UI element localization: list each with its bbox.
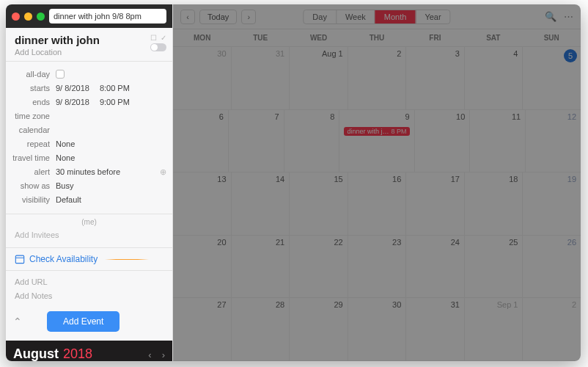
day-cell[interactable]: 15 xyxy=(290,172,348,235)
prev-period-button[interactable]: ‹ xyxy=(180,10,195,24)
day-cell[interactable]: 9dinner with j…8 PM xyxy=(339,110,414,172)
starts-time[interactable]: 8:00 PM xyxy=(100,84,130,92)
event-pill-time: 8 PM xyxy=(392,128,407,135)
add-event-button[interactable]: Add Event xyxy=(47,311,120,332)
day-cell[interactable]: 31 xyxy=(232,47,290,109)
day-number: 2 xyxy=(572,300,576,309)
day-cell[interactable]: 18 xyxy=(465,172,523,235)
check-availability-link[interactable]: Check Availability xyxy=(29,254,98,264)
day-cell[interactable]: 30 xyxy=(173,47,232,109)
day-cell[interactable]: 11 xyxy=(470,110,526,172)
week-row: 13141516171819 xyxy=(173,172,581,236)
event-location-placeholder[interactable]: Add Location xyxy=(15,48,165,57)
day-cell[interactable]: 19 xyxy=(523,172,581,235)
day-cell[interactable]: Sep 1 xyxy=(465,298,523,360)
floating-toggle[interactable] xyxy=(150,43,166,51)
day-cell[interactable]: 25 xyxy=(465,236,523,298)
week-row: 3031Aug 12345 xyxy=(173,47,581,110)
day-cell[interactable]: 14 xyxy=(232,172,290,235)
day-cell[interactable]: 26 xyxy=(523,236,581,298)
alert-value[interactable]: 30 minutes before xyxy=(56,167,120,177)
invitees-input[interactable] xyxy=(15,228,163,241)
day-cell[interactable]: 12 xyxy=(526,110,581,172)
day-cell[interactable]: 4 xyxy=(465,47,523,109)
day-cell[interactable]: 31 xyxy=(406,298,465,360)
day-cell[interactable]: 2 xyxy=(348,47,407,109)
week-row: 20212223242526 xyxy=(173,236,581,299)
invitees-section xyxy=(6,228,172,248)
dow-header: MONTUEWEDTHUFRISATSUN xyxy=(173,29,581,47)
today-button[interactable]: Today xyxy=(199,10,237,24)
add-url[interactable]: Add URL xyxy=(15,275,163,289)
day-cell[interactable]: 20 xyxy=(173,236,232,298)
confirm-icon[interactable]: ✓ xyxy=(161,34,166,42)
mini-cal-prev[interactable]: ‹ xyxy=(148,349,151,360)
event-pill[interactable]: dinner with j…8 PM xyxy=(344,127,409,136)
travel-value[interactable]: None xyxy=(56,153,166,162)
day-cell[interactable]: 6 xyxy=(173,110,229,172)
day-cell[interactable]: 7 xyxy=(229,110,284,172)
mini-cal-next[interactable]: › xyxy=(162,349,165,360)
quick-entry-input[interactable]: dinner with john 9/8 8pm xyxy=(49,9,166,23)
ends-date[interactable]: 9/ 8/2018 xyxy=(56,98,89,106)
zoom-window-button[interactable] xyxy=(37,12,45,21)
day-cell[interactable]: 28 xyxy=(232,298,290,360)
repeat-label: repeat xyxy=(12,139,56,148)
day-cell[interactable]: 29 xyxy=(290,298,348,360)
day-cell[interactable]: 24 xyxy=(406,236,465,298)
day-number: 18 xyxy=(509,175,518,184)
close-window-button[interactable] xyxy=(12,12,20,21)
day-cell[interactable]: 2 xyxy=(523,298,581,360)
starts-date[interactable]: 9/ 8/2018 xyxy=(56,84,89,92)
more-icon[interactable]: ⋯ xyxy=(564,11,573,22)
search-icon[interactable]: 🔍 xyxy=(545,11,556,22)
ends-time[interactable]: 9:00 PM xyxy=(100,98,130,106)
day-number: 9 xyxy=(405,112,409,121)
seg-day[interactable]: Day xyxy=(304,10,337,23)
day-number: 14 xyxy=(276,175,284,184)
repeat-value[interactable]: None xyxy=(56,139,166,148)
next-period-button[interactable]: › xyxy=(241,10,256,24)
add-alert-icon[interactable]: ⊕ xyxy=(160,167,166,177)
day-cell[interactable]: 10 xyxy=(415,110,471,172)
day-cell[interactable]: 23 xyxy=(348,236,407,298)
day-number: 6 xyxy=(219,112,224,121)
day-cell[interactable]: 13 xyxy=(173,172,232,235)
day-cell[interactable]: 8 xyxy=(284,110,340,172)
main-toolbar: ‹ Today › Day Week Month Year 🔍 ⋯ xyxy=(173,4,581,29)
free-busy-icon[interactable]: ☐ xyxy=(150,34,157,42)
day-number: 2 xyxy=(397,49,401,58)
day-number: 29 xyxy=(334,300,342,309)
allday-checkbox[interactable] xyxy=(56,70,65,79)
window-controls xyxy=(12,12,45,21)
day-number: 21 xyxy=(276,238,284,247)
collapse-icon[interactable]: ⌃ xyxy=(13,316,22,327)
starts-label: starts xyxy=(12,84,56,92)
day-cell[interactable]: 16 xyxy=(348,172,407,235)
day-number: 8 xyxy=(330,112,334,121)
day-cell[interactable]: 22 xyxy=(290,236,348,298)
showas-value[interactable]: Busy xyxy=(56,181,166,190)
event-title[interactable]: dinner with john xyxy=(15,34,165,46)
day-cell[interactable]: 17 xyxy=(406,172,465,235)
day-number: 24 xyxy=(451,238,460,247)
day-cell[interactable]: 27 xyxy=(173,298,232,360)
seg-week[interactable]: Week xyxy=(337,10,375,23)
timezone-label: time zone xyxy=(12,112,56,120)
visibility-label: visibility xyxy=(12,195,56,204)
day-cell[interactable]: 30 xyxy=(348,298,407,360)
add-notes[interactable]: Add Notes xyxy=(15,289,163,303)
day-cell[interactable]: 21 xyxy=(232,236,290,298)
check-availability-row[interactable]: Check Availability xyxy=(6,248,172,271)
day-cell[interactable]: 3 xyxy=(406,47,465,109)
day-cell[interactable]: 5 xyxy=(523,47,581,109)
minimize-window-button[interactable] xyxy=(24,12,32,21)
calendar-icon xyxy=(15,254,25,264)
seg-month[interactable]: Month xyxy=(375,10,416,23)
day-cell[interactable]: Aug 1 xyxy=(290,47,348,109)
day-number: 17 xyxy=(451,175,460,184)
mini-cal-month: August xyxy=(13,346,59,361)
extras-section: Add URL Add Notes xyxy=(6,271,172,307)
seg-year[interactable]: Year xyxy=(416,10,449,23)
visibility-value[interactable]: Default xyxy=(56,195,166,204)
